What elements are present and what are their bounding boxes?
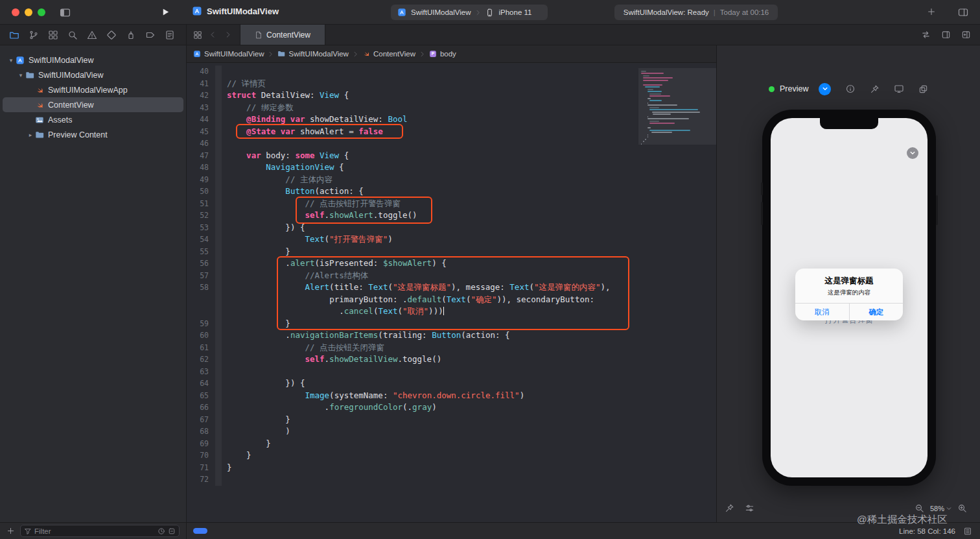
preview-inspect-icon[interactable] <box>845 84 856 94</box>
sidebar-item-contentview[interactable]: ContentView <box>3 97 183 112</box>
code-line-57[interactable]: 57//Alerts结构体 <box>187 270 638 282</box>
close-window-button[interactable] <box>12 8 19 16</box>
find-navigator-icon[interactable] <box>67 30 78 40</box>
iphone-screen[interactable]: 打开警告弹窗 这是弹窗标题 这是弹窗的内容 取消 确定 <box>771 118 928 477</box>
zoom-window-button[interactable] <box>38 8 45 16</box>
filter-input[interactable] <box>34 527 155 535</box>
filter-field[interactable] <box>20 525 180 537</box>
code-line-58[interactable]: 58Alert(title: Text("这是弹窗标题"), message: … <box>187 281 638 294</box>
code-line-48[interactable]: 48NavigationView { <box>187 162 638 174</box>
breadcrumb-item[interactable]: ContentView <box>362 50 415 58</box>
tab-contentview[interactable]: ContentView <box>240 25 325 45</box>
sidebar-item-swiftuimodalview[interactable]: ▾SwiftUIModalView <box>3 53 183 67</box>
code-line-54[interactable]: 54Text("打开警告弹窗") <box>187 234 638 246</box>
sidebar-item-swiftuimodalviewapp[interactable]: SwiftUIModalViewApp <box>3 82 183 97</box>
run-button[interactable] <box>161 7 170 17</box>
back-icon[interactable] <box>209 25 217 45</box>
code-line-43[interactable]: 43// 绑定参数 <box>187 102 638 114</box>
test-navigator-icon[interactable] <box>106 30 117 40</box>
symbol-navigator-icon[interactable] <box>48 30 58 40</box>
code-line-50[interactable]: 50Button(action: { <box>187 186 638 198</box>
breadcrumb-item[interactable]: Pbody <box>429 50 456 58</box>
code-line-56[interactable]: 56.alert(isPresented: $showAlert) { <box>187 258 638 270</box>
sidebar-item-label: SwiftUIModalViewApp <box>48 86 128 95</box>
minimap-toggle-icon[interactable] <box>941 30 951 40</box>
code-line-46[interactable]: 46 <box>187 138 638 150</box>
code-line-wrap[interactable]: .cancel(Text("取消"))) <box>187 305 638 318</box>
sidebar-toggle-icon[interactable] <box>60 7 71 18</box>
editor-layout-icon[interactable] <box>958 7 968 18</box>
live-preview-button[interactable] <box>819 83 831 95</box>
zoom-in-icon[interactable] <box>957 503 967 513</box>
chevron-down-circle-icon[interactable] <box>907 147 918 159</box>
device-label[interactable]: iPhone 11 <box>498 8 531 16</box>
code-review-icon[interactable] <box>921 30 931 40</box>
preview-device-icon[interactable] <box>894 84 904 94</box>
duplicate-preview-icon[interactable] <box>918 84 928 94</box>
disclosure-triangle-icon[interactable]: ▸ <box>26 132 35 138</box>
debug-navigator-icon[interactable] <box>126 30 136 40</box>
report-navigator-icon[interactable] <box>165 30 175 40</box>
code-line-40[interactable]: 40 <box>187 66 638 78</box>
editor-options-icon[interactable] <box>963 527 972 536</box>
code-line-72[interactable]: 72 <box>187 473 638 486</box>
source-control-navigator-icon[interactable] <box>29 30 39 40</box>
code-line-wrap[interactable]: primaryButton: .default(Text("确定")), sec… <box>187 294 638 306</box>
folder-small <box>277 50 285 58</box>
code-line-55[interactable]: 55} <box>187 246 638 258</box>
minimap[interactable] <box>638 63 716 522</box>
code-line-60[interactable]: 60.navigationBarItems(trailing: Button(a… <box>187 329 638 342</box>
preview-label: Preview <box>780 84 808 93</box>
alert-cancel-button[interactable]: 取消 <box>795 304 849 320</box>
sidebar-item-swiftuimodalview[interactable]: ▾SwiftUIModalView <box>3 67 183 82</box>
recent-files-icon[interactable] <box>158 527 165 535</box>
code-line-52[interactable]: 52self.showAlert.toggle() <box>187 210 638 222</box>
canvas-pin-icon[interactable] <box>725 503 734 513</box>
code-line-51[interactable]: 51// 点击按钮打开警告弹窗 <box>187 198 638 210</box>
code-line-42[interactable]: 42struct DetailView: View { <box>187 90 638 102</box>
minimize-window-button[interactable] <box>25 8 32 16</box>
sidebar-item-assets[interactable]: Assets <box>3 112 183 127</box>
code-line-63[interactable]: 63 <box>187 366 638 378</box>
code-line-45[interactable]: 45@State var showAlert = false <box>187 126 638 138</box>
canvas-settings-icon[interactable] <box>745 503 754 513</box>
sidebar-item-preview-content[interactable]: ▸Preview Content <box>3 127 183 142</box>
code-line-62[interactable]: 62self.showDetailView.toggle() <box>187 353 638 366</box>
source-control-filter-icon[interactable] <box>168 527 176 535</box>
code-line-66[interactable]: 66.foregroundColor(.gray) <box>187 401 638 414</box>
issue-navigator-icon[interactable] <box>87 30 97 40</box>
breakpoint-navigator-icon[interactable] <box>145 30 156 40</box>
project-navigator-icon[interactable] <box>9 30 19 40</box>
zoom-out-icon[interactable] <box>915 503 924 513</box>
tab-overview-icon[interactable] <box>193 25 202 45</box>
scheme-label[interactable]: SwiftUIModalView <box>411 8 471 16</box>
code-line-47[interactable]: 47var body: some View { <box>187 150 638 162</box>
code-line-59[interactable]: 59} <box>187 318 638 330</box>
scheme-selector[interactable]: SwiftUIModalView iPhone 11 <box>391 5 548 20</box>
code-line-65[interactable]: 65Image(systemName: "chevron.down.circle… <box>187 390 638 402</box>
preview-pin-icon[interactable] <box>870 84 880 94</box>
code-line-41[interactable]: 41// 详情页 <box>187 78 638 90</box>
code-line-44[interactable]: 44@Binding var showDetailView: Bool <box>187 114 638 126</box>
breadcrumb-item[interactable]: SwiftUIModalView <box>193 50 264 58</box>
breadcrumb-item[interactable]: SwiftUIModalView <box>277 50 348 58</box>
alert-confirm-button[interactable]: 确定 <box>849 304 904 320</box>
folder-small <box>25 71 34 80</box>
code-line-64[interactable]: 64}) { <box>187 377 638 390</box>
forward-icon[interactable] <box>224 25 232 45</box>
code-line-67[interactable]: 67} <box>187 414 638 426</box>
disclosure-triangle-icon[interactable]: ▾ <box>6 57 16 64</box>
code-line-61[interactable]: 61// 点击按钮关闭弹窗 <box>187 342 638 354</box>
code-line-53[interactable]: 53}) { <box>187 222 638 234</box>
disclosure-triangle-icon[interactable]: ▾ <box>16 72 25 78</box>
add-file-icon[interactable] <box>6 527 15 535</box>
code-lines[interactable]: 4041// 详情页42struct DetailView: View {43/… <box>187 63 638 522</box>
code-line-49[interactable]: 49// 主体内容 <box>187 174 638 186</box>
code-line-71[interactable]: 71} <box>187 462 638 474</box>
code-line-70[interactable]: 70} <box>187 449 638 462</box>
code-line-69[interactable]: 69} <box>187 438 638 450</box>
zoom-level[interactable]: 58% <box>930 505 951 512</box>
add-editor-icon[interactable] <box>961 30 971 40</box>
library-plus-icon[interactable] <box>927 7 936 16</box>
code-line-68[interactable]: 68) <box>187 425 638 438</box>
